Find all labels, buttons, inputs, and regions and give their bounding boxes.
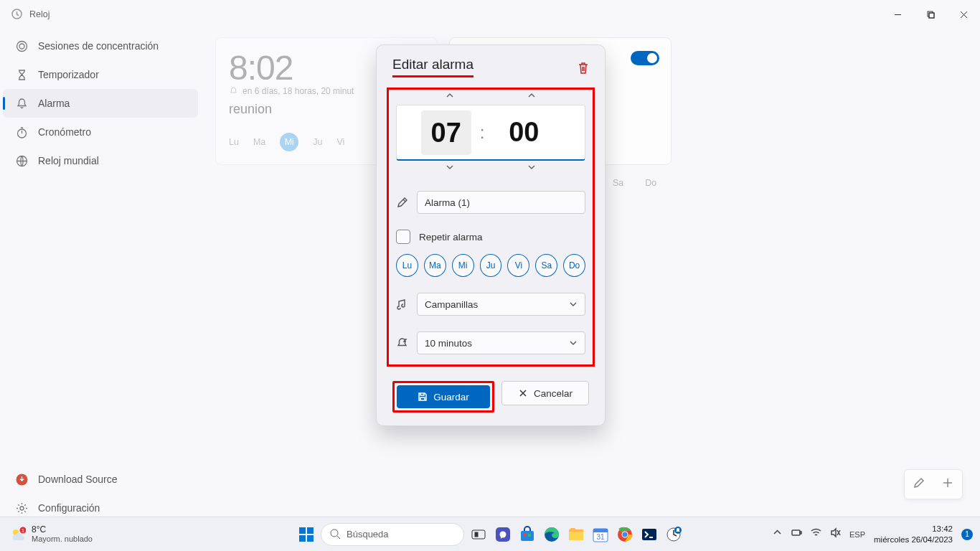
start-button[interactable] [296,524,316,545]
edit-icon [396,197,408,209]
minimize-button[interactable] [881,0,914,29]
hour-up-button[interactable] [445,90,455,103]
svg-rect-23 [524,534,527,537]
chevron-down-icon [569,339,578,347]
svg-rect-16 [307,535,314,542]
sidebar-item-stopwatch[interactable]: Cronómetro [3,118,198,146]
titlebar [0,0,980,29]
taskbar-chat[interactable] [493,524,513,545]
hour-value[interactable]: 07 [421,110,471,155]
svg-rect-26 [569,532,583,540]
sidebar-item-label: Download Source [38,474,118,485]
taskbar-chrome[interactable] [615,524,635,545]
sidebar-item-worldclock[interactable]: Reloj mundial [3,146,198,175]
day-lu[interactable]: Lu [396,254,418,277]
taskbar[interactable]: 1 8°C Mayorm. nublado Búsqueda 31 ESP 13… [0,517,980,551]
svg-point-17 [331,529,338,537]
taskbar-clock[interactable]: 13:42 miércoles 26/04/2023 [874,524,953,545]
repeat-checkbox[interactable] [396,230,410,244]
snooze-select[interactable]: 10 minutos [417,331,585,354]
taskbar-weather[interactable]: 1 8°C Mayorm. nublado [0,525,93,543]
taskbar-store[interactable] [517,524,537,545]
taskbar-powershell[interactable] [639,524,659,545]
taskview-button[interactable] [468,524,489,545]
delete-alarm-button[interactable] [576,61,590,75]
minute-value[interactable]: 00 [484,117,563,148]
save-button-highlight: Guardar [392,381,494,413]
weather-icon: 1 [10,527,26,542]
dialog-title: Editar alarma [392,57,473,77]
svg-rect-14 [307,527,314,534]
sidebar-item-download[interactable]: Download Source [3,465,198,494]
taskbar-temp: 8°C [32,525,93,534]
svg-point-4 [17,41,27,51]
svg-rect-22 [521,531,534,541]
target-icon [16,40,28,52]
time-colon: : [480,123,485,143]
sidebar-item-focus[interactable]: Sesiones de concentración [3,32,198,60]
svg-rect-36 [792,530,800,535]
edit-alarm-fab[interactable] [913,477,925,491]
taskbar-edge[interactable] [542,524,562,545]
maximize-button[interactable] [914,0,947,29]
snooze-icon [396,337,408,349]
tray-wifi[interactable] [811,527,821,541]
day-ju[interactable]: Ju [480,254,502,277]
svg-point-32 [623,532,628,537]
tray-language[interactable]: ESP [849,530,865,539]
minute-up-button[interactable] [527,90,537,103]
svg-rect-37 [800,532,801,534]
dialog-body-highlight: 07 : 00 Repetir alarma Lu Ma Mi Ju Vi Sa… [387,88,595,367]
day-mi[interactable]: Mi [452,254,474,277]
sidebar-item-alarm[interactable]: Alarma [3,89,198,118]
svg-rect-28 [593,529,608,532]
svg-point-21 [500,531,507,537]
day-picker: Lu Ma Mi Ju Vi Sa Do [396,254,585,277]
hour-down-button[interactable] [445,162,455,175]
minute-down-button[interactable] [527,162,537,175]
tray-chevron[interactable] [772,527,783,541]
sidebar: Sesiones de concentración Temporizador A… [0,32,201,528]
save-icon [418,392,428,402]
taskbar-notifications[interactable]: 1 [961,529,973,540]
day-vi[interactable]: Vi [507,254,529,277]
alarm-name-input[interactable] [417,191,585,214]
day-do[interactable]: Do [563,254,585,277]
sound-select[interactable]: Campanillas [417,293,585,316]
day-ma[interactable]: Ma [424,254,446,277]
svg-rect-2 [929,13,934,18]
tray-volume[interactable] [830,527,841,541]
taskbar-explorer[interactable] [566,524,586,545]
taskbar-weather-desc: Mayorm. nublado [32,534,93,543]
bell-small-icon [229,87,238,96]
edit-alarm-dialog: Editar alarma 07 : 00 Repetir alarma Lu … [376,44,606,426]
alarm-fab [904,469,963,499]
svg-rect-19 [475,532,478,537]
x-icon [518,388,528,398]
cancel-button[interactable]: Cancelar [501,381,589,405]
time-picker[interactable]: 07 : 00 [396,105,585,161]
close-button[interactable] [947,0,980,29]
alarm-toggle[interactable] [631,51,659,65]
stopwatch-icon [16,126,28,138]
taskbar-search[interactable]: Búsqueda [321,523,464,546]
sidebar-item-label: Alarma [38,98,70,109]
tray-battery[interactable] [791,527,802,541]
sidebar-item-label: Temporizador [38,69,99,80]
download-icon [16,474,28,486]
card2-visible-days: Sa Do [613,178,656,188]
sidebar-item-timer[interactable]: Temporizador [3,60,198,89]
hourglass-icon [16,69,28,81]
taskbar-right: ESP 13:42 miércoles 26/04/2023 1 [772,524,973,545]
svg-text:31: 31 [596,533,605,541]
sidebar-item-label: Sesiones de concentración [38,40,159,52]
day-sa[interactable]: Sa [535,254,557,277]
search-icon [330,529,341,540]
svg-point-9 [20,507,24,510]
globe-icon [16,155,28,167]
taskbar-clock-app[interactable] [664,524,684,545]
save-button[interactable]: Guardar [397,385,490,408]
add-alarm-fab[interactable] [942,477,953,491]
sidebar-item-label: Cronómetro [38,126,91,138]
taskbar-calendar[interactable]: 31 [590,524,611,545]
